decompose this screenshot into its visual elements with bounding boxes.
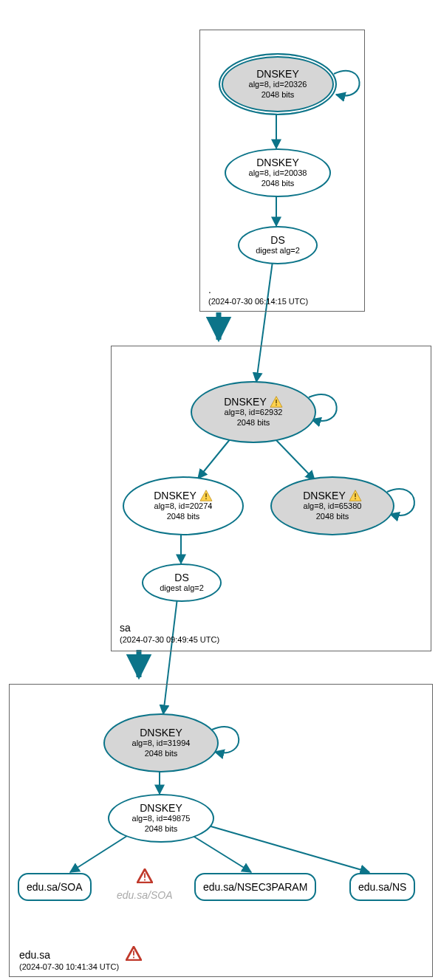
svg-rect-5 [205, 498, 206, 499]
node-label: DNSKEY [140, 727, 182, 739]
node-sub2: 2048 bits [145, 824, 178, 835]
rr-label: edu.sa/SOA [27, 881, 83, 893]
node-label: DNSKEY [256, 68, 299, 80]
zone-sa-time: (2024-07-30 09:49:45 UTC) [120, 635, 219, 644]
svg-rect-6 [355, 493, 355, 497]
svg-rect-0 [133, 950, 134, 955]
node-sub2: 2048 bits [237, 418, 270, 428]
warning-icon [349, 490, 362, 501]
dnssec-diagram: . (2024-07-30 06:14:15 UTC) sa (2024-07-… [0, 0, 441, 980]
zone-edu-box [9, 684, 433, 977]
node-sub1: alg=8, id=31994 [132, 739, 191, 749]
rr-soa-ghost: edu.sa/SOA [109, 886, 180, 904]
node-label: DS [270, 234, 284, 246]
node-sub2: 2048 bits [167, 512, 200, 522]
svg-rect-9 [144, 880, 146, 881]
zone-root-time: (2024-07-30 06:14:15 UTC) [208, 297, 308, 306]
node-sub2: 2048 bits [261, 90, 295, 100]
node-label: DNSKEY [154, 490, 196, 501]
rr-nsec3param[interactable]: edu.sa/NSEC3PARAM [194, 873, 316, 901]
node-sub2: 2048 bits [261, 179, 295, 189]
warning-icon [270, 396, 283, 408]
svg-rect-2 [276, 400, 276, 403]
rr-soa[interactable]: edu.sa/SOA [18, 873, 92, 901]
node-sub1: alg=8, id=20326 [249, 80, 307, 90]
node-sa-ksk[interactable]: DNSKEY alg=8, id=62932 2048 bits [191, 381, 316, 443]
node-sub1: alg=8, id=20038 [249, 168, 307, 179]
rr-label: edu.sa/NSEC3PARAM [203, 881, 307, 893]
zone-edu-time: (2024-07-30 10:41:34 UTC) [19, 962, 119, 971]
svg-rect-8 [144, 873, 146, 877]
node-sub1: digest alg=2 [160, 583, 204, 594]
rr-label: edu.sa/NS [358, 881, 406, 893]
node-edu-zsk[interactable]: DNSKEY alg=8, id=49875 2048 bits [108, 794, 214, 843]
node-label: DNSKEY [224, 396, 267, 408]
node-sub2: 2048 bits [145, 749, 178, 759]
node-sub1: alg=8, id=49875 [132, 814, 191, 824]
svg-rect-4 [205, 493, 206, 497]
node-root-zsk[interactable]: DNSKEY alg=8, id=20038 2048 bits [225, 148, 331, 197]
node-sa-zsk[interactable]: DNSKEY alg=8, id=20274 2048 bits [123, 476, 244, 535]
svg-rect-7 [355, 498, 355, 499]
node-sub2: 2048 bits [316, 512, 349, 522]
svg-rect-3 [276, 405, 276, 405]
node-label: DNSKEY [140, 802, 182, 814]
node-root-ds[interactable]: DS digest alg=2 [238, 226, 318, 264]
warning-icon [199, 490, 213, 501]
node-sub1: alg=8, id=62932 [225, 408, 283, 418]
zone-sa-name: sa [120, 622, 131, 634]
node-label: DNSKEY [256, 157, 299, 168]
node-sub1: digest alg=2 [256, 246, 300, 256]
node-root-ksk[interactable]: DNSKEY alg=8, id=20326 2048 bits [219, 53, 337, 115]
node-label: DS [174, 572, 188, 583]
rr-label: edu.sa/SOA [117, 889, 173, 901]
zone-edu-name: edu.sa [19, 949, 50, 961]
node-sa-zsk2[interactable]: DNSKEY alg=8, id=65380 2048 bits [270, 476, 394, 535]
zone-edu-error-icon [126, 946, 142, 964]
node-label: DNSKEY [303, 490, 346, 501]
error-icon [126, 946, 142, 961]
error-icon [137, 868, 153, 883]
node-sa-ds[interactable]: DS digest alg=2 [142, 563, 222, 602]
node-sub1: alg=8, id=20274 [154, 501, 213, 512]
svg-rect-1 [133, 957, 134, 959]
rr-ns[interactable]: edu.sa/NS [349, 873, 415, 901]
node-edu-ksk[interactable]: DNSKEY alg=8, id=31994 2048 bits [103, 713, 219, 772]
node-sub1: alg=8, id=65380 [304, 501, 362, 512]
zone-root-name: . [208, 284, 211, 295]
